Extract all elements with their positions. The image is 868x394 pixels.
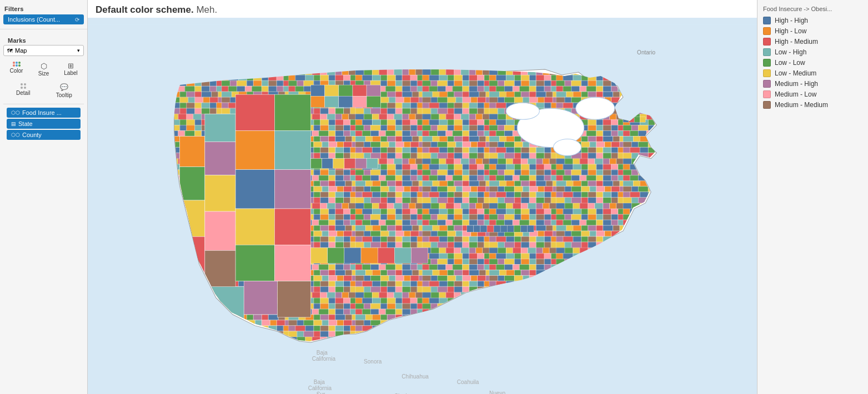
color-button-label: Color — [10, 68, 23, 74]
legend-item-label: Medium - Medium — [775, 101, 828, 109]
svg-rect-186 — [355, 159, 367, 169]
food-insecure-chip[interactable]: ⬡⬡ Food Insure ... — [7, 108, 81, 118]
sdot1 — [21, 83, 23, 85]
svg-rect-150 — [180, 167, 205, 200]
size-button-label: Size — [38, 70, 49, 77]
svg-text:Baja: Baja — [314, 379, 325, 385]
svg-rect-157 — [205, 211, 235, 250]
svg-rect-184 — [333, 159, 344, 169]
legend-swatch — [763, 48, 771, 56]
size-mark-button[interactable]: ⬡ Size — [31, 59, 57, 79]
inclusions-filter-chip[interactable]: Inclusions (Count... ⟳ — [3, 14, 84, 24]
dot5 — [16, 64, 18, 67]
map-dropdown-label: Map — [15, 47, 27, 54]
tooltip-mark-button[interactable]: 💬 Tooltip — [44, 81, 84, 100]
legend-item: High - Medium — [763, 38, 862, 46]
svg-rect-181 — [367, 96, 380, 107]
legend-swatch — [763, 59, 771, 67]
legend-item-label: Low - Medium — [775, 69, 816, 77]
svg-rect-196 — [520, 225, 527, 232]
legend-item-label: Medium - High — [775, 80, 818, 88]
dot4 — [13, 64, 15, 67]
svg-point-211 — [506, 103, 539, 119]
legend-item: High - High — [763, 17, 862, 24]
svg-rect-185 — [344, 159, 355, 169]
sdot4 — [24, 87, 26, 89]
county-chip[interactable]: ⬡⬡ County — [7, 130, 81, 140]
legend-swatch — [763, 101, 771, 109]
svg-rect-154 — [205, 114, 235, 142]
svg-rect-149 — [180, 136, 205, 166]
svg-rect-193 — [500, 225, 507, 232]
legend-item-label: High - High — [775, 17, 808, 24]
svg-rect-182 — [311, 159, 322, 169]
county-chip-icon: ⬡⬡ — [11, 132, 20, 138]
svg-rect-188 — [467, 225, 474, 232]
dot1 — [13, 62, 15, 64]
svg-rect-170 — [244, 281, 277, 315]
left-panel: Filters Inclusions (Count... ⟳ Marks 🗺 M… — [0, 0, 88, 394]
dot6 — [18, 64, 21, 67]
svg-text:Ontario: Ontario — [637, 49, 655, 55]
svg-rect-179 — [339, 96, 353, 107]
svg-rect-159 — [235, 94, 274, 130]
legend-item: Low - High — [763, 48, 862, 56]
county-chip-label: County — [22, 132, 42, 138]
svg-text:Nuevo: Nuevo — [489, 390, 505, 394]
svg-rect-167 — [235, 245, 274, 281]
legend-swatch — [763, 69, 771, 77]
divider-1 — [0, 29, 87, 29]
svg-rect-195 — [514, 225, 520, 232]
svg-rect-201 — [361, 247, 378, 263]
detail-dots-icon — [21, 83, 26, 89]
svg-rect-161 — [235, 130, 274, 169]
right-panel: Food Insecure -> Obesi... High - HighHig… — [757, 0, 868, 394]
svg-point-212 — [553, 139, 581, 156]
svg-rect-208 — [640, 117, 645, 122]
svg-text:Sur: Sur — [317, 391, 325, 394]
legend-item-label: Low - Low — [775, 59, 805, 67]
state-chip[interactable]: ▤ State — [7, 119, 81, 129]
label-mark-button[interactable]: ⊞ Label — [58, 59, 84, 79]
svg-rect-174 — [339, 85, 353, 96]
legend-item: Medium - High — [763, 80, 862, 88]
svg-rect-166 — [274, 209, 310, 245]
svg-rect-200 — [344, 247, 361, 263]
food-insecure-chip-label: Food Insure ... — [22, 109, 62, 116]
marks-section: Marks 🗺 Map ▾ Color ⬡ Size — [0, 33, 87, 143]
map-type-dropdown[interactable]: 🗺 Map ▾ — [3, 45, 84, 56]
svg-text:California: California — [312, 356, 336, 362]
svg-rect-177 — [311, 96, 325, 107]
color-dots-icon — [13, 62, 21, 67]
divider-2 — [3, 104, 84, 104]
tooltip-button-label: Tooltip — [56, 92, 72, 98]
filters-label: Filters — [0, 3, 87, 13]
map-container[interactable]: // This won't run as script within SVG i… — [88, 18, 757, 394]
legend-item-label: High - Medium — [775, 38, 818, 46]
sdot2 — [24, 83, 26, 85]
detail-mark-button[interactable]: Detail — [3, 81, 43, 100]
svg-rect-194 — [507, 225, 514, 232]
state-chip-label: State — [18, 120, 33, 127]
svg-rect-203 — [394, 247, 411, 263]
map-title: Default color scheme. Meh. — [88, 0, 757, 18]
svg-rect-190 — [480, 225, 487, 232]
chip-reload-icon: ⟳ — [75, 17, 79, 23]
label-button-label: Label — [64, 70, 77, 76]
inclusions-chip-label: Inclusions (Count... — [8, 16, 60, 23]
legend-swatch — [763, 90, 771, 98]
main-area: Default color scheme. Meh. — [88, 0, 757, 394]
color-mark-button[interactable]: Color — [3, 59, 29, 79]
svg-rect-187 — [367, 159, 378, 169]
svg-rect-189 — [474, 225, 480, 232]
svg-rect-165 — [235, 209, 274, 245]
map-title-subtitle: Meh. — [196, 4, 217, 15]
us-map-svg: // This won't run as script within SVG i… — [88, 18, 757, 394]
svg-point-210 — [576, 97, 615, 119]
svg-text:California: California — [308, 385, 332, 391]
svg-rect-204 — [411, 247, 428, 263]
legend-swatch — [763, 27, 771, 35]
state-chip-icon: ▤ — [11, 121, 16, 127]
legend-swatch — [763, 38, 771, 46]
svg-rect-202 — [378, 247, 394, 263]
